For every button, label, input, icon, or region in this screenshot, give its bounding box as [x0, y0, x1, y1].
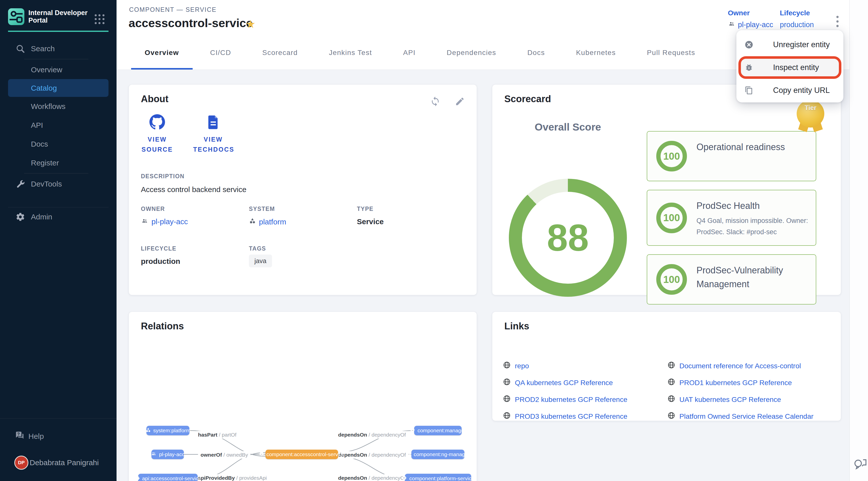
globe-icon — [667, 378, 675, 388]
owner-field-link[interactable]: pl-play-acc — [151, 217, 188, 226]
sidebar-item[interactable]: Overview — [0, 60, 117, 79]
score-item-title: Operational readiness — [696, 140, 808, 154]
about-title: About — [141, 94, 168, 104]
relation-node[interactable]: system:platform — [147, 426, 189, 435]
sidebar-item-label: Workflows — [31, 102, 66, 111]
sidebar-item-label: Catalog — [31, 84, 57, 92]
relation-node[interactable]: component:ng-manager — [411, 450, 464, 459]
sidebar-item[interactable]: Admin — [0, 207, 117, 226]
tab[interactable]: Dependencies — [431, 36, 512, 69]
edit-pencil-icon[interactable] — [454, 96, 466, 107]
menu-item-icon — [744, 40, 753, 49]
people-icon — [141, 217, 149, 226]
sidebar-item-label: DevTools — [31, 180, 62, 188]
external-link-label: PROD2 kubernetes GCP Reference — [515, 396, 627, 404]
sidebar-item-help[interactable]: ? Help — [0, 427, 117, 446]
tab-label: Docs — [527, 49, 545, 57]
tag-chip[interactable]: java — [249, 255, 272, 267]
sidebar-item-label: Docs — [31, 140, 48, 148]
external-link[interactable]: QA kubernetes GCP Reference — [503, 378, 667, 388]
header-lifecycle: Lifecycle production — [780, 9, 814, 29]
score-ring: 100 — [656, 264, 687, 295]
sidebar-item[interactable]: API — [0, 116, 117, 134]
tab[interactable]: Kubernetes — [560, 36, 631, 69]
edge-label: dependsOn / dependencyOf — [336, 451, 408, 459]
external-link[interactable]: Platform Owned Service Release Calendar — [667, 412, 832, 421]
support-chat-icon[interactable] — [853, 457, 867, 472]
relation-node[interactable]: component:platform-service — [405, 474, 471, 481]
external-link[interactable]: Document reference for Access-control — [667, 361, 832, 371]
more-options-kebab-icon[interactable] — [832, 13, 843, 30]
sidebar-item[interactable]: Workflows — [0, 97, 117, 116]
external-link[interactable]: PROD1 kubernetes GCP Reference — [667, 378, 832, 388]
tier-badge-label: Tier — [804, 104, 816, 112]
sidebar-user[interactable]: DP Debabrata Panigrahi — [0, 453, 117, 472]
external-link[interactable]: PROD2 kubernetes GCP Reference — [503, 395, 667, 405]
external-link-label: PROD3 kubernetes GCP Reference — [515, 413, 627, 420]
system-field-link[interactable]: platform — [259, 218, 286, 226]
sidebar-item[interactable]: Docs — [0, 134, 117, 153]
sidebar-item-icon — [14, 64, 26, 75]
external-link[interactable]: UAT kubernetes GCP Reference — [667, 395, 832, 405]
view-source-button[interactable]: VIEW SOURCE — [141, 114, 174, 154]
lifecycle-value: production — [780, 21, 814, 29]
help-chat-icon: ? — [14, 430, 25, 442]
owner-label: Owner — [728, 9, 773, 17]
relation-node[interactable]: api:accesscontrol-service — [138, 474, 198, 481]
scorecard-item[interactable]: 100 Operational readiness — [647, 131, 816, 181]
sidebar-item[interactable]: DevTools — [0, 174, 117, 193]
menu-item[interactable]: Copy entity URL — [736, 79, 843, 102]
sidebar-item-icon — [14, 211, 26, 223]
tab[interactable]: API — [388, 36, 431, 69]
menu-item[interactable]: Inspect entity — [738, 56, 841, 79]
tab[interactable]: Docs — [512, 36, 561, 69]
type-field-label: TYPE — [357, 205, 465, 213]
relation-node[interactable]: component:manager — [414, 426, 462, 435]
owner-link[interactable]: pl-play-acc — [738, 21, 773, 29]
tab-label: Dependencies — [447, 49, 496, 57]
tab[interactable]: Overview — [129, 36, 195, 69]
apps-grid-icon[interactable] — [95, 14, 105, 24]
tab-label: Pull Requests — [647, 49, 695, 57]
tab[interactable]: Pull Requests — [631, 36, 711, 69]
edge-label: ownerOf / ownedBy — [198, 451, 250, 459]
relation-node-icon — [151, 451, 157, 458]
tab[interactable]: Scorecard — [247, 36, 313, 69]
sidebar-item[interactable]: Register — [0, 153, 117, 172]
favorite-star-icon[interactable]: ★ — [246, 18, 255, 30]
tab[interactable]: Jenkins Test — [313, 36, 388, 69]
scorecard-card: Scorecard Overall Score 88 100 Operation… — [492, 85, 841, 295]
help-label: Help — [28, 432, 44, 441]
relation-node-icon — [146, 427, 151, 434]
sidebar-item-icon — [14, 101, 26, 112]
scorecard-item[interactable]: 100 ProdSec Health Q4 Goal, mission impo… — [647, 190, 816, 246]
relation-node-label: component:accesscontrol-service — [267, 451, 345, 457]
relations-graph: hasPart / partOf ownerOf / ownedBy apiPr… — [129, 312, 477, 481]
scrollbar-gutter[interactable] — [849, 0, 868, 481]
external-link-label: UAT kubernetes GCP Reference — [679, 396, 781, 404]
description-value: Access control backend service — [141, 185, 246, 194]
external-link[interactable]: PROD3 kubernetes GCP Reference — [503, 412, 667, 421]
sidebar-item[interactable]: Search — [0, 39, 117, 58]
tab[interactable]: CI/CD — [195, 36, 247, 69]
github-icon — [149, 114, 165, 131]
menu-item-icon — [744, 63, 753, 72]
relation-node-label: component:platform-service — [409, 476, 474, 481]
menu-item[interactable]: Unregister entity — [736, 33, 843, 56]
view-techdocs-button[interactable]: VIEW TECHDOCS — [193, 114, 233, 154]
svg-text:?: ? — [17, 431, 20, 436]
refresh-icon[interactable] — [430, 96, 441, 107]
tags-field-label: TAGS — [249, 245, 357, 252]
scorecard-item[interactable]: 100 ProdSec-Vulnerability Management — [647, 254, 816, 304]
sidebar-item[interactable]: Catalog — [8, 79, 108, 97]
sidebar-bottom: ? Help DP Debabrata Panigrahi — [0, 418, 117, 481]
relation-node-label: component:manager — [417, 427, 466, 434]
external-link[interactable]: repo — [503, 361, 667, 371]
sidebar-accent-divider — [8, 31, 108, 32]
relation-node[interactable]: pl-play-acc — [151, 450, 184, 459]
links-column-1: repo QA kubernetes GCP Reference PROD2 k… — [503, 361, 667, 421]
relation-node[interactable]: component:accesscontrol-service — [266, 450, 338, 459]
relation-node-icon — [259, 451, 264, 458]
relation-node-icon — [410, 427, 415, 434]
menu-item-label: Unregister entity — [773, 40, 830, 49]
